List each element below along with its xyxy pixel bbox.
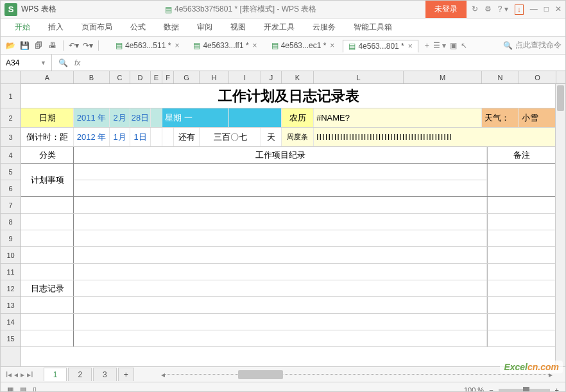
row-header[interactable]: 8 <box>1 214 21 230</box>
cell[interactable]: 2月 <box>110 108 130 127</box>
cell[interactable] <box>487 230 556 246</box>
print-icon[interactable]: 🖶 <box>47 40 58 51</box>
nav-last-icon[interactable]: ▸I <box>27 370 33 379</box>
row-header[interactable]: 6 <box>1 180 21 197</box>
nav-prev-icon[interactable]: ◂ <box>14 370 18 379</box>
view-normal-icon[interactable]: ▦ <box>7 386 13 392</box>
cell[interactable]: 1月 <box>110 128 130 146</box>
undo-icon[interactable]: ↶▾ <box>68 40 80 51</box>
close-icon[interactable]: × <box>253 41 257 50</box>
maximize-icon[interactable]: □ <box>544 4 549 15</box>
cell[interactable]: 星期 一 <box>162 108 229 127</box>
cell[interactable] <box>21 297 74 313</box>
cell[interactable]: 还有 <box>174 128 200 146</box>
menu-devtools[interactable]: 开发工具 <box>256 19 302 36</box>
row-header[interactable]: 1 <box>1 84 21 108</box>
menu-view[interactable]: 视图 <box>223 19 253 36</box>
menu-data[interactable]: 数据 <box>156 19 187 36</box>
save-icon[interactable]: 💾 <box>19 40 30 51</box>
nav-next-icon[interactable]: ▸ <box>21 370 24 379</box>
view-break-icon[interactable]: ▯ <box>33 386 37 392</box>
col-header[interactable]: K <box>282 71 314 83</box>
select-all-cell[interactable] <box>1 71 21 84</box>
cell[interactable]: 日期 <box>21 108 74 127</box>
cell[interactable] <box>162 128 174 146</box>
vertical-scrollbar[interactable] <box>555 84 565 366</box>
close-icon[interactable]: × <box>175 41 179 50</box>
cell[interactable]: 周度条 <box>282 128 314 146</box>
cell[interactable]: 工作项目纪录 <box>74 147 487 163</box>
cell[interactable] <box>21 314 74 330</box>
zoom-out-icon[interactable]: − <box>489 386 493 393</box>
fx-label[interactable]: fx <box>74 58 80 67</box>
cell[interactable] <box>74 280 487 296</box>
horizontal-scrollbar[interactable]: ◂ ▸ <box>161 370 553 379</box>
file-tab-4[interactable]: ▤4e563...801 *× <box>343 40 418 53</box>
col-header[interactable]: H <box>200 71 229 83</box>
row-header[interactable]: 15 <box>1 330 21 347</box>
col-header[interactable]: B <box>74 71 110 83</box>
cell[interactable] <box>21 180 74 196</box>
cell[interactable]: 天气： <box>482 108 519 127</box>
chevron-down-icon[interactable]: ▼ <box>40 60 46 66</box>
cell[interactable] <box>74 247 487 263</box>
col-header[interactable]: F <box>162 71 174 83</box>
add-tab-icon[interactable]: + <box>425 41 429 50</box>
row-header[interactable]: 2 <box>1 108 21 128</box>
cell[interactable]: 2012 年 <box>74 128 110 146</box>
add-sheet-button[interactable]: + <box>118 368 134 381</box>
col-header[interactable]: D <box>130 71 151 83</box>
cell[interactable]: 三百〇七 <box>200 128 261 146</box>
cell[interactable] <box>74 180 487 196</box>
cell[interactable] <box>21 230 74 246</box>
cell[interactable]: #NAME? <box>314 108 482 127</box>
redo-icon[interactable]: ↷▾ <box>82 40 94 51</box>
cell[interactable] <box>151 128 162 146</box>
close-icon[interactable]: ✕ <box>555 4 562 15</box>
cell[interactable]: 天 <box>261 128 282 146</box>
download-icon[interactable]: ↓ <box>515 4 524 15</box>
cell[interactable] <box>229 108 282 127</box>
cell[interactable]: 2011 年 <box>74 108 110 127</box>
cell[interactable] <box>487 214 556 230</box>
cell[interactable] <box>487 164 556 180</box>
col-header[interactable]: M <box>404 71 482 83</box>
sheet-tab-2[interactable]: 2 <box>68 368 92 381</box>
cell[interactable]: 分类 <box>21 147 74 163</box>
col-header[interactable]: O <box>519 71 556 83</box>
close-icon[interactable]: × <box>408 42 413 51</box>
col-header[interactable]: C <box>110 71 130 83</box>
cell[interactable] <box>21 264 74 280</box>
cell[interactable] <box>487 180 556 196</box>
col-header[interactable]: N <box>482 71 519 83</box>
cell[interactable] <box>151 108 162 127</box>
cell[interactable] <box>487 314 556 330</box>
sheet-tab-1[interactable]: 1 <box>44 368 67 381</box>
login-button[interactable]: 未登录 <box>425 1 467 18</box>
help-icon[interactable]: ? ▾ <box>498 4 508 15</box>
menu-insert[interactable]: 插入 <box>40 19 71 36</box>
row-header[interactable]: 5 <box>1 164 21 180</box>
tab-list-icon[interactable]: ☰ ▾ <box>433 41 446 50</box>
file-tab-1[interactable]: ▤4e563...511 *× <box>110 39 185 52</box>
cell[interactable] <box>74 164 487 180</box>
row-header[interactable]: 12 <box>1 280 21 297</box>
view-page-icon[interactable]: ▤ <box>20 386 26 392</box>
nav-first-icon[interactable]: I◂ <box>6 370 12 379</box>
tab-collapse-icon[interactable]: ▣ <box>450 41 457 50</box>
name-box[interactable]: A34 ▼ <box>1 55 52 71</box>
col-header[interactable]: G <box>174 71 200 83</box>
col-header[interactable]: E <box>151 71 162 83</box>
cell[interactable]: 日志记录 <box>21 280 74 296</box>
col-header[interactable]: L <box>314 71 404 83</box>
row-header[interactable]: 4 <box>1 147 21 164</box>
cell[interactable] <box>21 330 74 346</box>
title-cell[interactable]: 工作计划及日志记录表 <box>21 84 556 108</box>
cell[interactable]: 28日 <box>130 108 151 127</box>
cell[interactable] <box>487 330 556 346</box>
menu-cloud[interactable]: 云服务 <box>305 19 343 36</box>
cell[interactable] <box>74 264 487 280</box>
sheet-tab-3[interactable]: 3 <box>93 368 117 381</box>
menu-formula[interactable]: 公式 <box>123 19 153 36</box>
scrollbar-thumb[interactable] <box>238 370 283 379</box>
